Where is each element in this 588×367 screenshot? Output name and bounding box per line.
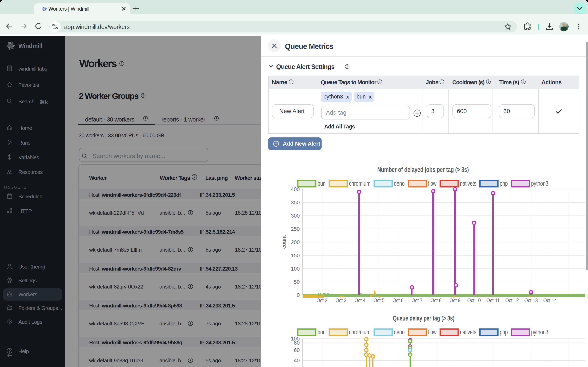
- svg-text:350: 350: [291, 200, 300, 206]
- svg-text:Queue delay per tag (> 3s): Queue delay per tag (> 3s): [393, 314, 454, 322]
- svg-text:Oct 14: Oct 14: [543, 297, 557, 303]
- svg-text:chromium: chromium: [349, 328, 371, 336]
- svg-text:Oct 9: Oct 9: [450, 297, 461, 303]
- svg-text:200: 200: [291, 239, 300, 245]
- svg-text:chromium: chromium: [349, 179, 371, 187]
- svg-text:Number of delayed jobs per tag: Number of delayed jobs per tag (> 3s): [377, 166, 469, 173]
- svg-text:60: 60: [294, 347, 300, 353]
- svg-text:40: 40: [294, 358, 300, 364]
- svg-text:Oct 12: Oct 12: [505, 297, 519, 303]
- svg-text:Oct 11: Oct 11: [486, 297, 500, 303]
- svg-text:400: 400: [291, 186, 300, 192]
- svg-text:150: 150: [291, 252, 300, 259]
- svg-text:Oct 4: Oct 4: [355, 297, 365, 303]
- svg-text:100: 100: [291, 266, 300, 272]
- svg-text:0: 0: [297, 292, 300, 298]
- svg-text:Oct 3: Oct 3: [336, 297, 346, 303]
- svg-text:python3: python3: [531, 179, 548, 187]
- svg-text:php: php: [500, 179, 508, 187]
- svg-text:python3: python3: [531, 328, 548, 336]
- svg-text:50: 50: [294, 279, 300, 285]
- svg-text:Oct 13: Oct 13: [524, 297, 538, 303]
- svg-text:deno: deno: [394, 328, 405, 336]
- svg-text:bun: bun: [318, 328, 326, 336]
- svg-text:250: 250: [291, 226, 300, 232]
- svg-text:nativets: nativets: [460, 328, 476, 336]
- svg-text:flow: flow: [428, 328, 437, 336]
- svg-text:Oct 7: Oct 7: [412, 297, 423, 303]
- svg-text:Oct 6: Oct 6: [392, 297, 403, 303]
- svg-text:count: count: [281, 235, 287, 249]
- svg-text:Oct 10: Oct 10: [467, 297, 481, 303]
- svg-text:Oct 8: Oct 8: [431, 297, 442, 303]
- svg-text:300: 300: [291, 213, 300, 219]
- svg-text:Oct 2: Oct 2: [316, 297, 328, 303]
- svg-text:deno: deno: [394, 179, 405, 187]
- svg-text:php: php: [500, 328, 508, 336]
- svg-text:nativets: nativets: [460, 179, 476, 187]
- svg-text:flow: flow: [428, 179, 437, 187]
- svg-text:bun: bun: [318, 179, 326, 187]
- svg-text:80: 80: [294, 340, 300, 346]
- svg-text:Oct 5: Oct 5: [373, 297, 384, 303]
